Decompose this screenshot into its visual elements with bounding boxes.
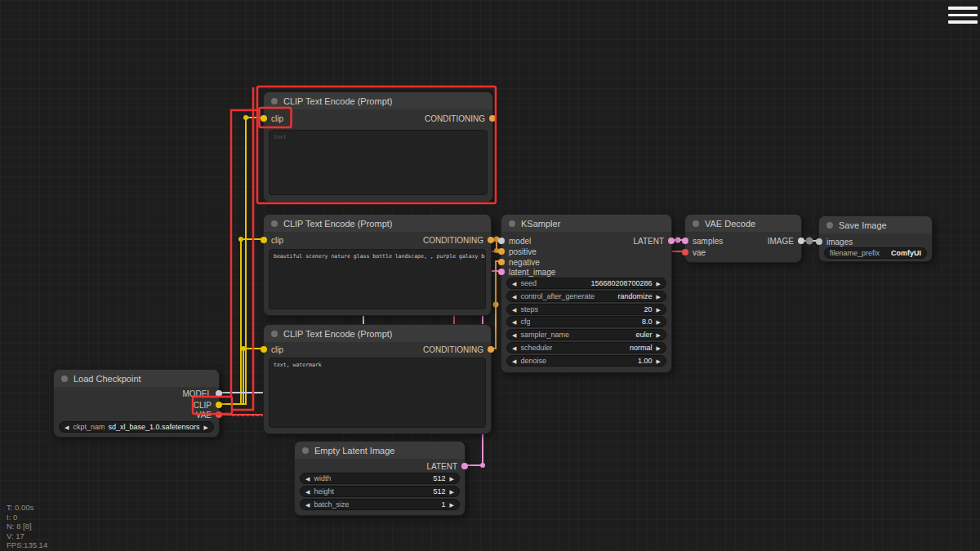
widget-decrement-icon[interactable]: ◀	[512, 281, 516, 287]
widget-increment-icon[interactable]: ▶	[450, 489, 454, 495]
widget-decrement-icon[interactable]: ◀	[512, 294, 516, 300]
widget-decrement-icon[interactable]: ◀	[512, 319, 516, 325]
slot-dot-vae	[682, 249, 688, 256]
slot-dot-latent	[498, 269, 505, 275]
stat-fps: FPS:135.14	[7, 540, 47, 550]
menu-bar	[948, 7, 978, 10]
node-title: CLIP Text Encode (Prompt)	[283, 329, 393, 339]
node-status-dot[interactable]	[693, 220, 699, 227]
widget-filename-prefix[interactable]: filename_prefix ComfyUI	[824, 247, 927, 259]
widget-height[interactable]: ◀height512▶	[300, 486, 460, 497]
widget-sampler-name[interactable]: ◀sampler_nameeuler▶	[506, 329, 666, 340]
widget-cfg[interactable]: ◀cfg8.0▶	[506, 316, 666, 327]
slot-dot-model	[498, 238, 505, 244]
node-ksampler[interactable]: KSampler model positive negative latent_…	[501, 214, 672, 373]
widget-ckpt-name[interactable]: ◀ ckpt_name sd_xl_base_1.0.safetensors ▶	[59, 421, 214, 433]
output-slot-latent[interactable]: LATENT	[426, 461, 468, 471]
prompt-text-field[interactable]: beautiful scenery nature glass bottle la…	[269, 249, 486, 309]
widget-scheduler[interactable]: ◀schedulernormal▶	[506, 342, 666, 353]
widget-decrement-icon[interactable]: ◀	[65, 424, 69, 430]
widget-decrement-icon[interactable]: ◀	[305, 476, 310, 482]
wire-clip-to-positive	[218, 239, 263, 404]
node-title: Empty Latent Image	[314, 446, 394, 455]
widget-decrement-icon[interactable]: ◀	[512, 332, 516, 338]
stat-nodes: N: 8 [8]	[7, 522, 47, 531]
node-status-dot[interactable]	[826, 222, 833, 229]
widget-denoise[interactable]: ◀denoise1.00▶	[506, 355, 666, 367]
widget-decrement-icon[interactable]: ◀	[512, 358, 516, 364]
node-load-checkpoint[interactable]: Load Checkpoint MODEL CLIP VAE ◀ ckpt_na…	[53, 369, 220, 438]
node-status-dot[interactable]	[509, 220, 515, 227]
widget-decrement-icon[interactable]: ◀	[305, 502, 310, 508]
slot-dot-latent	[682, 238, 688, 244]
input-slot-images[interactable]: images	[816, 237, 853, 247]
slot-dot-conditioning	[498, 248, 505, 255]
input-slot-latent-image[interactable]: latent_image	[498, 267, 555, 277]
output-slot-conditioning[interactable]: CONDITIONING	[423, 344, 494, 354]
prompt-text-field[interactable]: text, watermark	[269, 358, 486, 428]
slot-dot-image	[816, 238, 822, 245]
widget-increment-icon[interactable]: ▶	[450, 476, 454, 482]
node-title: CLIP Text Encode (Prompt)	[283, 219, 393, 229]
node-status-dot[interactable]	[302, 447, 309, 454]
slot-dot-clip	[261, 115, 267, 122]
canvas-stats: T: 0.00s I: 0 N: 8 [8] V: 17 FPS:135.14	[7, 503, 47, 550]
widget-increment-icon[interactable]: ▶	[657, 294, 661, 300]
widget-increment-icon[interactable]: ▶	[657, 345, 661, 351]
node-save-image[interactable]: Save Image images filename_prefix ComfyU…	[818, 216, 933, 262]
node-vae-decode[interactable]: VAE Decode samples vae IMAGE	[684, 214, 802, 263]
node-clip-text-encode-negative[interactable]: CLIP Text Encode (Prompt) clip CONDITION…	[263, 324, 492, 434]
node-status-dot[interactable]	[271, 220, 278, 227]
widget-increment-icon[interactable]: ▶	[204, 424, 208, 430]
widget-decrement-icon[interactable]: ◀	[512, 307, 516, 313]
slot-dot-clip	[216, 402, 222, 408]
node-clip-text-encode-positive[interactable]: CLIP Text Encode (Prompt) clip CONDITION…	[263, 214, 492, 316]
widget-increment-icon[interactable]: ▶	[450, 502, 454, 508]
highlight-path-inner	[232, 87, 253, 410]
node-title: Load Checkpoint	[74, 374, 141, 384]
input-slot-negative[interactable]: negative	[498, 257, 540, 267]
input-slot-samples[interactable]: samples	[682, 236, 723, 246]
output-slot-latent[interactable]: LATENT	[633, 236, 675, 246]
output-slot-conditioning[interactable]: CONDITIONING	[423, 235, 494, 245]
node-status-dot[interactable]	[271, 331, 278, 337]
widget-width[interactable]: ◀width512▶	[300, 473, 460, 484]
slot-dot-vae	[216, 411, 222, 418]
output-slot-conditioning[interactable]: CONDITIONING	[425, 113, 496, 123]
output-slot-model[interactable]: MODEL	[182, 389, 222, 398]
node-status-dot[interactable]	[271, 98, 278, 104]
input-slot-model[interactable]: model	[498, 236, 531, 246]
input-slot-clip[interactable]: clip	[261, 113, 283, 123]
hamburger-menu-icon[interactable]	[948, 7, 978, 28]
widget-decrement-icon[interactable]: ◀	[512, 345, 516, 351]
widget-control-after-generate[interactable]: ◀control_after_generaterandomize▶	[506, 291, 666, 302]
widget-increment-icon[interactable]: ▶	[657, 332, 661, 338]
widget-decrement-icon[interactable]: ◀	[305, 489, 310, 495]
widget-increment-icon[interactable]: ▶	[657, 307, 661, 313]
wire-bend-dot	[238, 237, 243, 242]
input-slot-positive[interactable]: positive	[498, 247, 537, 256]
input-slot-clip[interactable]: clip	[261, 344, 283, 354]
widget-steps[interactable]: ◀steps20▶	[506, 304, 666, 315]
prompt-text-field[interactable]: text	[269, 130, 488, 195]
widget-batch-size[interactable]: ◀batch_size1▶	[300, 499, 460, 510]
output-slot-image[interactable]: IMAGE	[768, 236, 804, 246]
comfyui-canvas[interactable]: Load Checkpoint MODEL CLIP VAE ◀ ckpt_na…	[0, 0, 980, 551]
widget-increment-icon[interactable]: ▶	[657, 319, 661, 325]
output-slot-vae[interactable]: VAE	[196, 410, 222, 420]
input-slot-vae[interactable]: vae	[682, 247, 706, 257]
widget-increment-icon[interactable]: ▶	[657, 281, 661, 287]
node-status-dot[interactable]	[61, 375, 68, 382]
link-reroute-dot[interactable]	[806, 238, 813, 245]
input-slot-clip[interactable]: clip	[261, 235, 283, 245]
wire-clip-to-negative	[218, 349, 263, 404]
node-clip-text-encode-new[interactable]: CLIP Text Encode (Prompt) clip CONDITION…	[263, 91, 493, 202]
widget-seed[interactable]: ◀seed156680208700286▶	[506, 278, 666, 289]
node-empty-latent-image[interactable]: Empty Latent Image LATENT ◀width512▶ ◀he…	[294, 441, 466, 516]
widget-increment-icon[interactable]: ▶	[657, 358, 661, 364]
stat-iterations: I: 0	[7, 513, 47, 522]
highlight-path-outer	[231, 110, 259, 397]
stat-time: T: 0.00s	[7, 503, 47, 513]
wire-bend-dot	[243, 115, 248, 120]
output-slot-clip[interactable]: CLIP	[194, 400, 222, 410]
